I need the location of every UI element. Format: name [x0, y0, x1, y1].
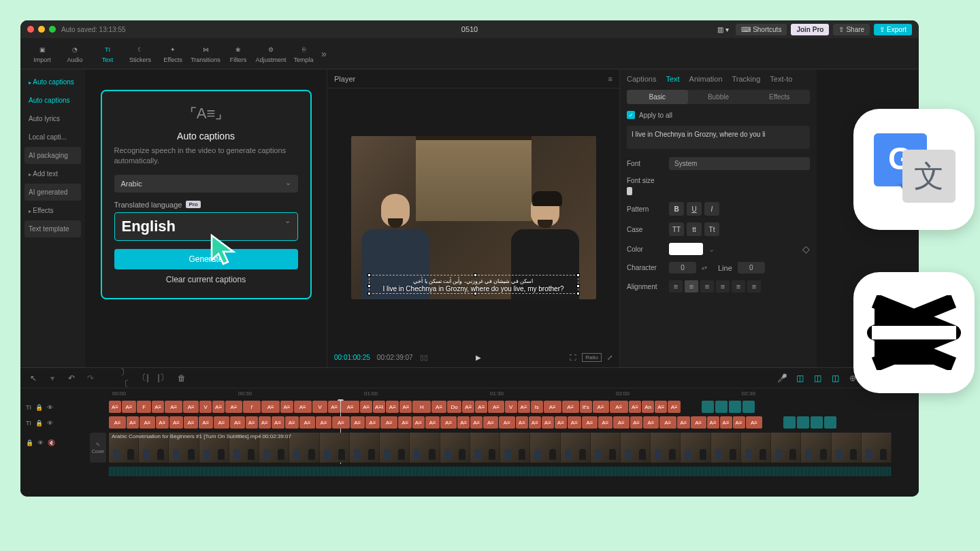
align-top-button[interactable]: ≡ — [716, 280, 730, 293]
dialog-description: Recognize speech in the video to generat… — [114, 146, 298, 167]
titlecase-button[interactable]: Tt — [704, 222, 719, 236]
ratio-button[interactable]: Ratio — [582, 353, 602, 362]
maximize-icon[interactable] — [49, 26, 56, 33]
clear-captions-link[interactable]: Clear current captions — [114, 275, 298, 284]
sidebar-item-add-text[interactable]: Add text — [24, 165, 81, 182]
adjustment-icon: ⚙ — [265, 44, 276, 55]
play-button[interactable]: ▶ — [476, 354, 481, 361]
subtab-basic[interactable]: Basic — [627, 90, 688, 104]
titlebar: Auto saved: 13:13:55 0510 ▥ ▾ ⌨ Shortcut… — [20, 20, 919, 38]
align-left-button[interactable]: ≡ — [669, 280, 683, 293]
caption-arabic: اسكن في شيشان في غروزني، وأين أنت تسكن ي… — [372, 278, 576, 284]
import-icon: ▣ — [37, 44, 48, 55]
subtab-effects[interactable]: Effects — [749, 90, 810, 104]
player-menu-icon[interactable]: ≡ — [608, 75, 612, 83]
window-controls — [27, 26, 56, 33]
share-button[interactable]: ⇧ Share — [833, 24, 870, 35]
delete-icon[interactable]: 🗑 — [176, 373, 188, 383]
font-label: Font — [627, 160, 664, 167]
properties-panel: Captions Text Animation Tracking Text-to… — [619, 69, 817, 367]
tool-filters[interactable]: ❀Filters — [222, 40, 255, 67]
tool-import[interactable]: ▣Import — [26, 40, 59, 67]
fullscreen-icon[interactable]: ⤢ — [607, 354, 612, 361]
sidebar-item-ai-packaging[interactable]: AI packaging — [24, 147, 81, 164]
timeline-tracks[interactable]: TI🔒👁 A≡A≡FA≡A≡A≡VA≡A≡I'A≡A≡A≡VA≡A≡A≡A≡IA… — [20, 401, 919, 464]
source-language-select[interactable]: Arabic — [114, 175, 298, 193]
minimize-icon[interactable] — [38, 26, 45, 33]
project-title: 0510 — [461, 25, 478, 33]
sidebar-item-effects[interactable]: Effects — [24, 202, 81, 219]
preview-icon[interactable]: ◫ — [829, 373, 841, 383]
track-head-captions-en: TI🔒👁 — [20, 401, 105, 414]
tool-effects[interactable]: ✦Effects — [157, 40, 189, 67]
tool-text[interactable]: TIText — [91, 40, 124, 67]
layout-button[interactable]: ▥ ▾ — [715, 24, 732, 35]
redo-icon[interactable]: ↷ — [84, 373, 97, 383]
split-icon[interactable]: 〕〔 — [118, 367, 131, 390]
mic-icon[interactable]: 🎤 — [776, 373, 788, 383]
dialog-title: Auto captions — [114, 131, 298, 141]
sidebar-item-ai-generated[interactable]: AI generated — [24, 184, 81, 201]
translated-language-label: Translated language Pro — [114, 201, 298, 209]
tool-transitions[interactable]: ⋈Transitions — [189, 40, 222, 67]
video-clip[interactable]: Arabic Conversation for Beginners #1 [Tu… — [109, 433, 892, 463]
color-swatch[interactable] — [669, 243, 703, 255]
auto-captions-dialog: ⌜A≡⌟ Auto captions Recognize speech in t… — [101, 90, 312, 299]
uppercase-button[interactable]: TT — [669, 222, 684, 236]
font-select[interactable]: System — [669, 157, 810, 170]
autosave-label: Auto saved: 13:13:55 — [61, 26, 126, 33]
generate-button[interactable]: Generate — [114, 249, 298, 269]
align-right-button[interactable]: ≡ — [700, 280, 714, 293]
join-pro-button[interactable]: Join Pro — [791, 24, 829, 35]
subtab-bubble[interactable]: Bubble — [688, 90, 749, 104]
timeline-ruler[interactable]: 00:00 00:30 01:00 01:30 02:00 02:30 — [20, 388, 919, 401]
target-language-select[interactable]: English — [114, 212, 298, 241]
caption-text-input[interactable]: I live in Chechnya in Grozny, where do y… — [627, 126, 810, 149]
snap-icon[interactable]: ◫ — [794, 373, 806, 383]
close-icon[interactable] — [27, 26, 34, 33]
tool-audio[interactable]: ◔Audio — [59, 40, 91, 67]
apply-all-checkbox[interactable]: ✓ — [627, 111, 635, 119]
tool-stickers[interactable]: ☾Stickers — [124, 40, 157, 67]
fontsize-slider[interactable] — [627, 187, 632, 195]
caption-overlay: اسكن في شيشان في غروزني، وأين أنت تسكن ي… — [372, 278, 576, 293]
bold-button[interactable]: B — [669, 202, 684, 216]
toolbar-more-icon[interactable]: » — [321, 48, 327, 59]
app-window: Auto saved: 13:13:55 0510 ▥ ▾ ⌨ Shortcut… — [20, 20, 919, 497]
sidebar-item-text-template[interactable]: Text template — [24, 220, 81, 237]
align-center-button[interactable]: ≡ — [685, 280, 698, 293]
sidebar-item-auto-lyrics[interactable]: Auto lyrics — [24, 110, 81, 127]
tab-animation[interactable]: Animation — [689, 75, 723, 83]
trim-left-icon[interactable]: 〔| — [137, 372, 150, 384]
text-sidebar: Auto captions Auto captions Auto lyrics … — [20, 69, 85, 367]
tab-captions[interactable]: Captions — [627, 75, 656, 83]
character-spacing-input[interactable]: 0 — [669, 262, 696, 273]
crop-icon[interactable]: ⛶ — [570, 354, 576, 361]
reset-icon[interactable]: ◇ — [802, 244, 810, 254]
shortcuts-button[interactable]: ⌨ Shortcuts — [736, 24, 787, 35]
sidebar-item-local-captions[interactable]: Local capti... — [24, 129, 81, 146]
tool-templates[interactable]: ⎘Templa — [287, 40, 320, 67]
link-icon[interactable]: ◫ — [811, 373, 823, 383]
align-middle-button[interactable]: ≡ — [732, 280, 745, 293]
trim-right-icon[interactable]: |〕 — [157, 372, 169, 384]
tab-tracking[interactable]: Tracking — [732, 75, 761, 83]
cover-button[interactable]: ✎Cover — [90, 433, 106, 463]
svg-rect-5 — [872, 326, 956, 339]
underline-button[interactable]: U — [687, 202, 702, 216]
sidebar-item-auto-captions[interactable]: Auto captions — [24, 92, 81, 109]
video-preview[interactable]: اسكن في شيشان في غروزني، وأين أنت تسكن ي… — [327, 88, 619, 347]
sidebar-header-auto-captions[interactable]: Auto captions — [24, 73, 81, 90]
select-tool-icon[interactable]: ↖ — [27, 373, 39, 383]
tool-adjustment[interactable]: ⚙Adjustment — [255, 40, 287, 67]
tab-text-to[interactable]: Text-to — [770, 75, 792, 83]
align-bottom-button[interactable]: ≡ — [747, 280, 761, 293]
line-spacing-input[interactable]: 0 — [738, 262, 765, 273]
italic-button[interactable]: I — [704, 202, 719, 216]
tab-text[interactable]: Text — [666, 75, 679, 83]
export-button[interactable]: ⇪ Export — [874, 24, 912, 35]
lowercase-button[interactable]: tt — [687, 222, 702, 236]
caption-english: I live in Chechnya in Grozny, where do y… — [372, 285, 576, 293]
undo-icon[interactable]: ↶ — [65, 373, 78, 383]
effects-icon: ✦ — [167, 44, 178, 55]
